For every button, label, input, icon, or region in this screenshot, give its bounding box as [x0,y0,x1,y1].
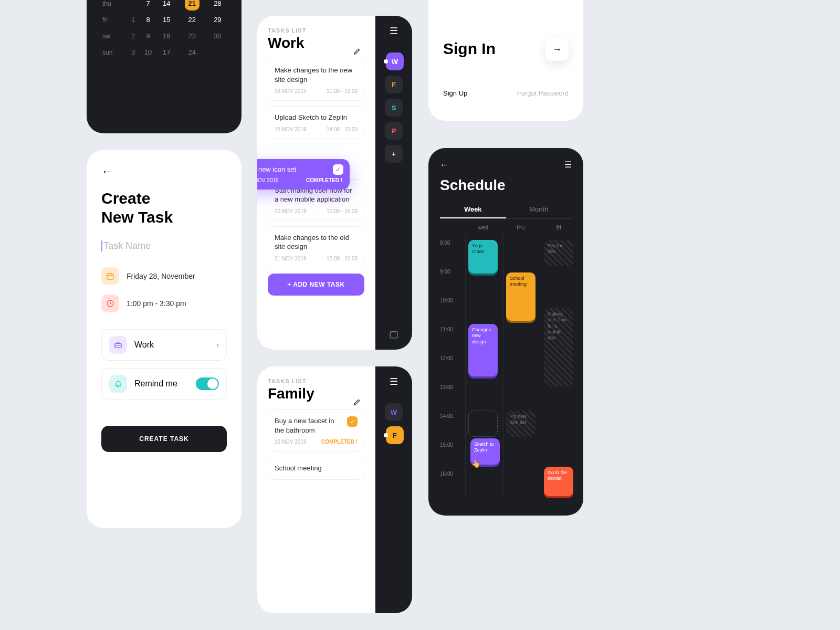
task-item[interactable]: Upload Sketch to Zeplin18 NOV 201914:00 … [268,106,364,139]
briefcase-icon [109,336,127,354]
sign-in-screen: Sign In → Sign Up Forgot Password [428,0,583,121]
task-item[interactable]: Make changes to the old site design21 NO… [268,226,364,268]
category-sidebar: ☰ W F S P + [375,16,412,350]
sidebar-pill-family[interactable]: F [385,76,403,93]
forgot-password-link[interactable]: Forgot Password [517,89,569,97]
event-userflow[interactable]: Making user flow for a mobile app [544,308,573,387]
event-dentist[interactable]: Go to the dentist [544,467,573,496]
event-bills[interactable]: Pay the bills [544,240,573,266]
event-try-icons[interactable]: Try new icon set [506,411,536,437]
chevron-right-icon: › [216,340,219,350]
calendar-icon[interactable] [389,330,398,339]
list-title: Family [268,385,364,402]
task-name-input[interactable]: Task Name [101,240,227,251]
check-icon: ✓ [347,416,358,427]
calendar-card: wed6132027 thu7142128 fri18152229 sat291… [87,0,242,133]
sidebar-pill-work[interactable]: W [386,52,404,70]
schedule-screen: ← ☰ Schedule Week Month wed thu fri 8:00… [428,148,583,516]
category-selector[interactable]: Work › [101,329,227,361]
reminder-toggle[interactable] [196,377,219,390]
event-yoga[interactable]: Yoga Class [468,240,498,274]
create-task-button[interactable]: CREATE TASK [101,426,227,452]
schedule-grid: wed thu fri 8:00 9:00 10:00 11:00 12:00 … [440,224,572,497]
back-arrow-icon[interactable]: ← [101,165,113,178]
menu-icon[interactable]: ☰ [564,160,572,170]
task-time: 1:00 pm - 3:30 pm [127,299,186,308]
svg-rect-0 [107,274,113,279]
svg-rect-3 [390,332,397,338]
check-icon: ✓ [333,164,343,175]
reminder-row: Remind me [101,368,227,400]
day-header: fri [543,224,574,230]
create-task-screen: ← CreateNew Task Task Name Friday 28, No… [87,150,242,528]
list-title: Work [268,35,364,51]
task-item[interactable]: School meeting [268,457,364,480]
task-date: Friday 28, November [127,272,195,280]
tasks-work-screen: ☰ W F S P + TASKS LIST Work Make changes… [257,16,412,350]
sidebar-pill-work[interactable]: W [385,403,403,421]
task-completed-card[interactable]: Try new icon set ✓ 19 NOV 2019COMPLETED … [257,159,350,190]
eyebrow: TASKS LIST [268,378,364,384]
tab-week[interactable]: Week [440,201,506,218]
cursor-icon: 👆 [471,459,480,468]
back-arrow-icon[interactable]: ← [440,160,448,170]
edit-icon[interactable] [353,47,361,56]
task-item[interactable]: Make changes to the new site design18 NO… [268,59,364,101]
sign-up-link[interactable]: Sign Up [443,89,467,97]
page-title: Schedule [440,177,572,194]
calendar-icon [101,267,119,285]
menu-icon[interactable]: ☰ [390,376,398,387]
clock-icon [101,295,119,312]
reminder-label: Remind me [134,379,177,388]
category-label: Work [134,340,154,350]
sidebar-pill-s[interactable]: S [385,99,403,117]
task-item[interactable]: ✓ Buy a new faucet in the bathroom 16 NO… [268,410,364,452]
bell-icon [109,375,127,393]
eyebrow: TASKS LIST [268,27,364,34]
sidebar-pill-add[interactable]: + [385,145,403,163]
calendar-grid: wed6132027 thu7142128 fri18152229 sat291… [101,0,227,60]
sidebar-pill-p[interactable]: P [385,122,403,140]
add-task-button[interactable]: + ADD NEW TASK [268,274,364,296]
day-header: wed [467,224,499,230]
event-school[interactable]: School meeting [506,272,536,321]
edit-icon[interactable] [353,398,361,406]
tab-month[interactable]: Month [506,201,572,218]
day-header: thu [505,224,537,230]
event-changes[interactable]: Changes new design [468,324,498,376]
tasks-family-screen: ☰ W F TASKS LIST Family ✓ Buy a new fauc… [257,366,412,613]
category-sidebar: ☰ W F [375,366,412,613]
event-placeholder[interactable] [468,411,498,437]
page-title: CreateNew Task [101,189,227,227]
menu-icon[interactable]: ☰ [390,25,398,37]
calendar-selected-day[interactable]: 21 [185,0,200,10]
sign-in-button[interactable]: → [545,38,569,61]
sidebar-pill-family[interactable]: F [386,426,404,444]
